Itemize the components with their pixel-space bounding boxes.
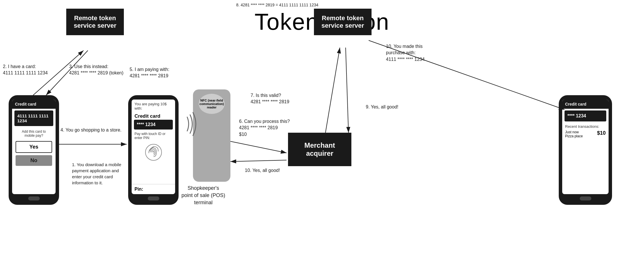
transaction-amount: $10 [597, 130, 606, 138]
right-phone-transaction-row: Just now Pizza place $10 [562, 129, 609, 139]
step7-label: 7. Is this valid? 4281 **** **** 2819 [251, 92, 289, 105]
left-phone-header: Credit card [12, 100, 56, 109]
mid-phone-touch-id-text: Pay with touch ID or enter PIN: [132, 130, 175, 142]
step4-label: 4. You go shopping to a store. [60, 127, 122, 133]
left-phone-no-button[interactable]: No [16, 155, 52, 166]
phone-middle-screen: You are paying 10$ with: Credit card ***… [132, 100, 175, 194]
step10-purchase-label: 10. You made this purchase with: 4111 **… [386, 43, 425, 63]
phone-middle-home-button [148, 196, 159, 200]
mid-phone-card-number: **** 1234 [134, 120, 173, 130]
step9-label: 9. Yes, all good! [366, 104, 398, 110]
mid-phone-paying-text: You are paying 10$ with: [132, 100, 175, 113]
remote-token-server-right: Remote token service server [314, 9, 372, 35]
step1-label: 1. You download a mobile payment applica… [72, 162, 121, 186]
nfc-bubble: NFC (near-field communication) reader [199, 94, 225, 114]
nfc-waves-icon [176, 107, 199, 141]
phone-right: Credit card **** 1234 Recent transaction… [559, 95, 612, 205]
right-phone-header: Credit card [562, 100, 609, 109]
phone-left: Credit card 4111 1111 1111 1234 Add this… [9, 95, 59, 205]
transaction-time-place: Just now Pizza place [565, 130, 583, 138]
svg-line-7 [230, 160, 287, 162]
svg-line-9 [346, 48, 348, 133]
merchant-acquirer: Merchant acquirer [288, 133, 351, 166]
step3-label: 3. Use this instead: 4281 **** **** 2819… [69, 63, 124, 76]
remote-token-server-left: Remote token service server [66, 9, 124, 35]
svg-line-8 [325, 48, 340, 133]
step8-label: 8. 4281 **** **** 2819 = 4111 1111 1111 … [236, 2, 318, 8]
phone-right-home-button [580, 196, 591, 200]
phone-left-home-button [28, 196, 40, 200]
step5-label: 5. I am paying with: 4281 **** **** 2819 [130, 66, 169, 79]
phone-left-screen: Credit card 4111 1111 1111 1234 Add this… [12, 100, 56, 194]
right-phone-transactions-title: Recent transactions: [562, 123, 609, 129]
right-phone-card-number: **** 1234 [565, 110, 606, 121]
mid-phone-pin-label: Pin: [132, 184, 175, 194]
left-phone-question: Add this card to mobile pay? [12, 128, 56, 139]
phone-middle: You are paying 10$ with: Credit card ***… [128, 95, 179, 205]
svg-line-6 [230, 141, 287, 153]
left-phone-yes-button[interactable]: Yes [16, 141, 52, 153]
shopkeeper-label: Shopkeeper's point of sale (POS) termina… [181, 185, 225, 207]
step2-label: 2. I have a card: 4111 1111 1111 1234 [3, 63, 48, 76]
left-phone-card-number: 4111 1111 1111 1234 [14, 110, 53, 126]
fingerprint-icon [145, 144, 162, 161]
phone-right-screen: Credit card **** 1234 Recent transaction… [562, 100, 609, 194]
mid-phone-credit-label: Credit card [132, 113, 175, 120]
step10-merchant-label: 10. Yes, all good! [245, 167, 280, 174]
step6-label: 6. Can you process this? 4281 **** **** … [239, 118, 290, 138]
